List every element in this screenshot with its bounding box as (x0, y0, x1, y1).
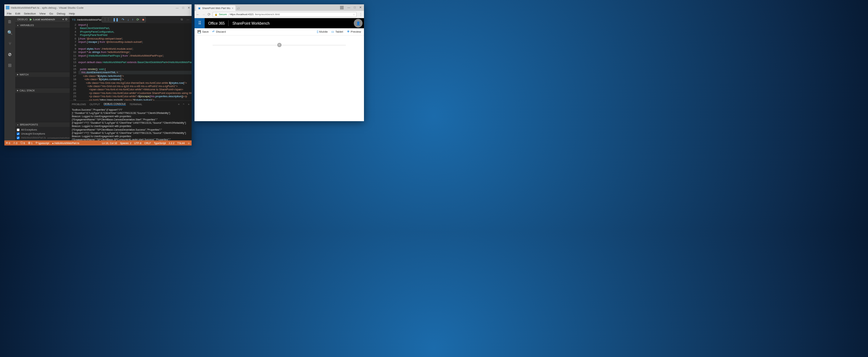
chrome-titlebar[interactable]: ▣ SharePoint Web Part Wo × ▱ — □ ✕ (195, 4, 364, 11)
section-variables[interactable]: VARIABLES (15, 22, 70, 28)
bp-file-row[interactable]: HelloWorldWebPart.tssrc\webparts\helloWo… (17, 136, 68, 140)
close-tab-icon[interactable]: × (232, 7, 233, 9)
forward-icon[interactable]: → (202, 12, 205, 16)
status-bar: ⊘ 0 ⚠ 0 ⓘ 8 ⦿ 1 ⟳ typescript ● HelloWorl… (4, 140, 192, 145)
discard-button[interactable]: ↶Discard (212, 30, 226, 33)
status-eol[interactable]: CRLF (144, 142, 151, 144)
status-lang[interactable]: TypeScript (154, 142, 166, 144)
bp-uncaught[interactable]: Uncaught Exceptions (17, 132, 68, 136)
stop-icon[interactable]: ■ (142, 18, 144, 21)
start-debug-icon[interactable]: ▶ (30, 18, 32, 21)
drag-handle-icon[interactable]: ⋮⋮ (103, 18, 110, 21)
code-editor[interactable]: 2345678910111213141516171819202122232425… (70, 23, 192, 100)
window-title: HelloWorldWebPart.ts - spfx-debug - Visu… (11, 6, 176, 9)
menu-go[interactable]: Go (48, 12, 55, 15)
bp-all-exceptions[interactable]: All Exceptions (17, 128, 68, 132)
variables-body (15, 28, 70, 72)
pause-icon[interactable]: ❚❚ (113, 18, 119, 21)
workbench-canvas[interactable]: + (195, 36, 364, 121)
vscode-titlebar[interactable]: HelloWorldWebPart.ts - spfx-debug - Visu… (4, 4, 192, 11)
status-warnings[interactable]: ⚠ 0 (13, 141, 17, 144)
app-name: SharePoint Workbench (229, 21, 273, 25)
close-icon[interactable]: ✕ (188, 6, 190, 9)
bookmark-icon[interactable]: ☆ (353, 13, 355, 16)
feedback-icon[interactable]: ☺ (188, 142, 190, 144)
menu-selection[interactable]: Selection (22, 12, 38, 15)
chevron-down-icon[interactable]: ▾ (62, 18, 64, 21)
maximize-panel-icon[interactable]: ^ (183, 103, 184, 106)
section-callstack[interactable]: CALL STACK (15, 88, 70, 93)
bp-all-checkbox[interactable] (17, 128, 20, 131)
explorer-icon[interactable]: 🗎 (7, 19, 13, 25)
debug-sidebar: DEBUG ▶ Local workbench ▾ ⚙ VARIABLES WA… (15, 16, 70, 140)
new-tab-button[interactable]: ▱ (237, 6, 240, 11)
debug-icon[interactable]: ⊘ (7, 52, 13, 57)
account-icon[interactable] (340, 6, 344, 9)
menu-file[interactable]: File (5, 12, 13, 15)
maximize-icon[interactable]: □ (354, 6, 356, 9)
section-breakpoints[interactable]: BREAKPOINTS (15, 122, 70, 127)
browser-tab[interactable]: ▣ SharePoint Web Part Wo × (196, 5, 236, 11)
git-icon[interactable]: ⑂ (7, 41, 13, 46)
status-spaces[interactable]: Spaces: 2 (120, 142, 131, 144)
panel-tab-output[interactable]: OUTPUT (90, 103, 100, 106)
o365-label[interactable]: Office 365 (205, 21, 228, 25)
command-bar: 💾Save ↶Discard ▯Mobile ▭Tablet 👁Preview (195, 28, 364, 36)
bp-uncaught-checkbox[interactable] (17, 132, 20, 135)
menu-view[interactable]: View (38, 12, 48, 15)
line-gutter[interactable]: 2345678910111213141516171819202122232425… (70, 23, 78, 100)
section-watch[interactable]: WATCH (15, 72, 70, 77)
user-avatar-icon[interactable]: 👤 (354, 19, 363, 28)
app-launcher-icon[interactable]: ⠿ (195, 18, 205, 28)
status-info[interactable]: ⓘ 8 (20, 141, 25, 145)
step-out-icon[interactable]: ↑ (132, 18, 134, 21)
more-actions-icon[interactable]: ⋯ (184, 18, 192, 21)
status-langserver[interactable]: ⟳ typescript (36, 141, 49, 144)
close-icon[interactable]: ✕ (359, 6, 362, 9)
minimize-icon[interactable]: — (347, 6, 350, 9)
status-file[interactable]: ● HelloWorldWebPart.ts (52, 142, 79, 144)
maximize-icon[interactable]: □ (182, 6, 184, 9)
tablet-button[interactable]: ▭Tablet (331, 30, 343, 33)
restart-icon[interactable]: ⟳ (136, 18, 139, 21)
code-body[interactable]: import { BaseClientSideWebPart, IPropert… (78, 23, 192, 100)
search-icon[interactable]: 🔍 (7, 30, 13, 36)
ts-file-icon: TS (72, 18, 75, 21)
status-encoding[interactable]: UTF-8 (134, 142, 142, 144)
debug-label: DEBUG (17, 18, 28, 21)
mobile-button[interactable]: ▯Mobile (317, 30, 328, 33)
clear-console-icon[interactable]: ≡ (178, 103, 180, 106)
menu-help[interactable]: Help (67, 12, 77, 15)
back-icon[interactable]: ← (196, 12, 200, 16)
extensions-icon[interactable]: ⊞ (7, 62, 13, 68)
status-hints[interactable]: ⦿ 1 (28, 142, 33, 144)
step-into-icon[interactable]: ↓ (127, 18, 129, 21)
status-lncol[interactable]: Ln 16, Col 10 (102, 142, 117, 144)
status-errors[interactable]: ⊘ 0 (6, 141, 10, 144)
panel-tab-debugconsole[interactable]: DEBUG CONSOLE (104, 103, 126, 106)
close-panel-icon[interactable]: × (188, 103, 189, 106)
panel-tab-terminal[interactable]: TERMINAL (130, 103, 142, 106)
status-tsver[interactable]: 2.2.2 (169, 142, 175, 144)
status-tslint[interactable]: TSLint (177, 142, 185, 144)
step-over-icon[interactable]: ↷ (122, 18, 124, 21)
activity-bar: 🗎 🔍 ⑂ ⊘ ⊞ (4, 16, 15, 140)
bp-file-checkbox[interactable] (17, 136, 20, 139)
minimize-icon[interactable]: — (176, 6, 179, 9)
menu-edit[interactable]: Edit (13, 12, 22, 15)
save-button[interactable]: 💾Save (197, 30, 209, 33)
debug-console-output[interactable]: Toolbox.Success","Properties":{\"appver\… (70, 107, 192, 140)
address-bar[interactable]: 🔒 Secure | https://localhost:4321/temp/w… (213, 12, 357, 17)
menu-debug[interactable]: Debug (55, 12, 67, 15)
undo-icon: ↶ (212, 30, 215, 33)
panel-tab-problems[interactable]: PROBLEMS (72, 103, 86, 106)
reload-icon[interactable]: ⟳ (208, 12, 210, 16)
add-webpart-button[interactable]: + (277, 43, 282, 47)
split-editor-icon[interactable]: ⧉ (179, 18, 184, 21)
menu-icon[interactable]: ⋮ (359, 12, 363, 16)
chrome-toolbar: ← → ⟳ 🔒 Secure | https://localhost:4321/… (195, 11, 364, 18)
debug-toolbar[interactable]: ⋮⋮ ❚❚ ↷ ↓ ↑ ⟳ ■ (102, 17, 146, 22)
debug-config-select[interactable]: Local workbench (33, 18, 62, 21)
preview-button[interactable]: 👁Preview (347, 30, 361, 33)
gear-icon[interactable]: ⚙ (65, 18, 67, 21)
